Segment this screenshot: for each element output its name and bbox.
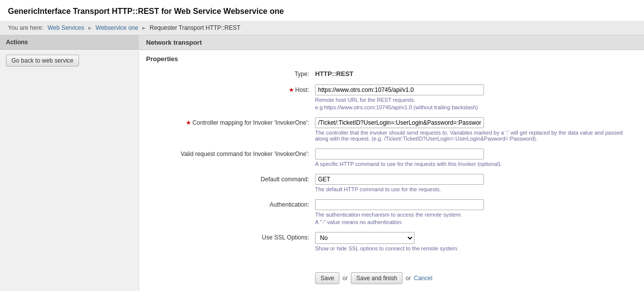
host-input[interactable] — [315, 84, 484, 95]
cancel-link[interactable]: Cancel — [414, 275, 432, 282]
controller-hint: The controller that the invoker should s… — [315, 130, 633, 142]
host-hint1: Remote host URL for the REST requests. — [315, 97, 633, 103]
go-back-button[interactable]: Go back to web service — [6, 55, 79, 67]
main-content: Network transport Properties Type: HTTP:… — [139, 35, 644, 291]
save-and-finish-button[interactable]: Save and finish — [351, 272, 402, 284]
breadcrumb-arrow-2: ► — [141, 25, 147, 31]
or-separator-1: or — [342, 275, 348, 282]
authentication-field: The authentication mechanism to access t… — [315, 199, 637, 225]
controller-label: ★Controller mapping for Invoker 'Invoker… — [146, 117, 315, 126]
breadcrumb-item-webservice-one[interactable]: Webservice one — [95, 24, 138, 31]
authentication-hint2: A "-" value means no authentication. — [315, 219, 633, 225]
sidebar: Actions Go back to web service — [0, 35, 139, 291]
host-hint2: e.g https://www.otrs.com:10745/api/v1.0 … — [315, 104, 633, 110]
controller-required-star: ★ — [186, 119, 191, 126]
host-field: Remote host URL for the REST requests. e… — [315, 84, 637, 110]
default-command-label: Default command: — [146, 174, 315, 183]
valid-request-input[interactable] — [315, 149, 484, 159]
valid-request-label: Valid request command for Invoker 'Invok… — [146, 149, 315, 157]
ssl-field: No Show or hide SSL options to connect t… — [315, 232, 637, 251]
authentication-input[interactable] — [315, 199, 484, 210]
breadcrumb-you-are-label: You are here: — [8, 24, 44, 31]
ssl-hint: Show or hide SSL options to connect to t… — [315, 245, 633, 251]
form-row-default-command: Default command: The default HTTP comman… — [146, 174, 637, 192]
action-row: Save or Save and finish or Cancel — [139, 265, 644, 291]
authentication-hint1: The authentication mechanism to access t… — [315, 212, 633, 218]
controller-field: The controller that the invoker should s… — [315, 117, 637, 142]
form-row-type: Type: HTTP::REST — [146, 69, 637, 77]
valid-request-hint: A specific HTTP command to use for the r… — [315, 161, 633, 167]
valid-request-field: A specific HTTP command to use for the r… — [315, 149, 637, 167]
form-row-host: ★Host: Remote host URL for the REST requ… — [146, 84, 637, 110]
sidebar-content: Go back to web service — [0, 50, 139, 72]
controller-input[interactable] — [315, 117, 484, 128]
page-title: GenericInterface Transport HTTP::REST fo… — [0, 0, 644, 21]
breadcrumb-item-current: Requester Transport HTTP::REST — [150, 24, 241, 31]
type-field: HTTP::REST — [315, 69, 637, 77]
ssl-label: Use SSL Options: — [146, 232, 315, 241]
layout: Actions Go back to web service Network t… — [0, 35, 644, 291]
default-command-field: The default HTTP command to use for the … — [315, 174, 637, 192]
sidebar-title: Actions — [0, 35, 139, 50]
host-label: ★Host: — [146, 84, 315, 93]
section-title: Network transport — [139, 35, 644, 50]
breadcrumb-item-web-services[interactable]: Web Services — [48, 24, 84, 31]
section-subtitle: Properties — [139, 50, 644, 66]
or-separator-2: or — [405, 275, 411, 282]
type-label: Type: — [146, 69, 315, 77]
authentication-label: Authentication: — [146, 199, 315, 208]
form-row-controller: ★Controller mapping for Invoker 'Invoker… — [146, 117, 637, 142]
ssl-select[interactable]: No — [315, 232, 414, 244]
form-row-authentication: Authentication: The authentication mecha… — [146, 199, 637, 225]
type-value: HTTP::REST — [315, 69, 637, 77]
host-required-star: ★ — [289, 86, 294, 93]
breadcrumb: You are here: Web Services ► Webservice … — [0, 21, 644, 35]
default-command-hint: The default HTTP command to use for the … — [315, 186, 633, 192]
breadcrumb-arrow-1: ► — [87, 25, 92, 31]
form-area: Type: HTTP::REST ★Host: Remote host URL … — [139, 66, 644, 265]
save-button[interactable]: Save — [315, 272, 339, 284]
default-command-input[interactable] — [315, 174, 484, 185]
form-row-valid-request: Valid request command for Invoker 'Invok… — [146, 149, 637, 167]
form-row-ssl: Use SSL Options: No Show or hide SSL opt… — [146, 232, 637, 251]
